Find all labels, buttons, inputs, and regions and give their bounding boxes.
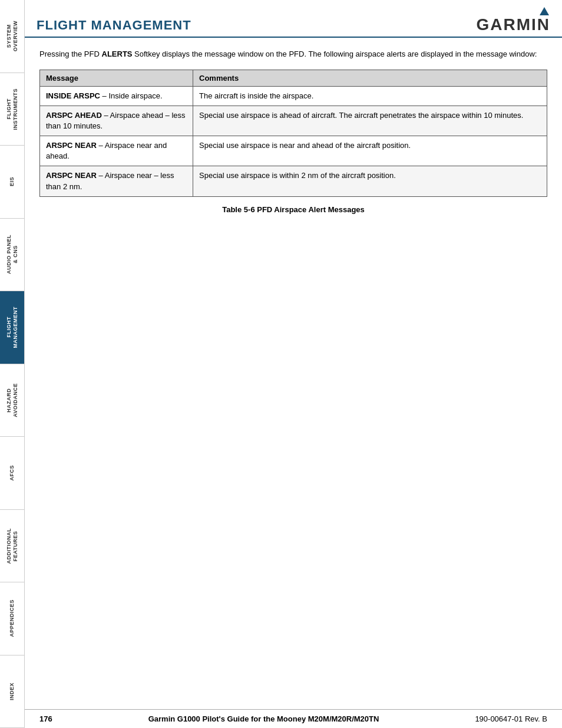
sidebar-item-hazard-avoidance[interactable]: HAZARDAVOIDANCE — [0, 364, 24, 437]
page-number: 176 — [39, 714, 52, 723]
table-header-message: Message — [40, 70, 193, 86]
table-cell-comment-2: Special use airspace is ahead of aircraf… — [193, 106, 547, 136]
footer-doc-number: 190-00647-01 Rev. B — [475, 714, 547, 723]
alerts-keyword: ALERTS — [102, 50, 133, 58]
page-footer: 176 Garmin G1000 Pilot's Guide for the M… — [25, 709, 562, 728]
sidebar-item-flight-instruments[interactable]: FLIGHTINSTRUMENTS — [0, 73, 24, 146]
alert-messages-table: Message Comments INSIDE ARSPC – Inside a… — [39, 70, 547, 197]
sidebar-item-eis[interactable]: EIS — [0, 146, 24, 219]
table-row: ARSPC NEAR – Airspace near and ahead. Sp… — [40, 136, 547, 166]
table-cell-message-3: ARSPC NEAR – Airspace near and ahead. — [40, 136, 193, 166]
sidebar-item-system-overview[interactable]: SYSTEMOVERVIEW — [0, 0, 24, 73]
footer-title: Garmin G1000 Pilot's Guide for the Moone… — [148, 714, 379, 723]
sidebar-item-additional-features[interactable]: ADDITIONALFEATURES — [0, 510, 24, 583]
garmin-triangle-icon — [540, 7, 549, 15]
content-body: Pressing the PFD ALERTS Softkey displays… — [25, 38, 562, 709]
table-cell-message-2: ARSPC AHEAD – Airspace ahead – less than… — [40, 106, 193, 136]
sidebar: SYSTEMOVERVIEW FLIGHTINSTRUMENTS EIS AUD… — [0, 0, 25, 728]
table-cell-comment-4: Special use airspace is within 2 nm of t… — [193, 166, 547, 196]
table-header-comments: Comments — [193, 70, 547, 86]
main-content: FLIGHT MANAGEMENT GARMIN Pressing the PF… — [25, 0, 562, 728]
page-title: FLIGHT MANAGEMENT — [37, 18, 191, 33]
table-row: INSIDE ARSPC – Inside airspace. The airc… — [40, 86, 547, 106]
page-header: FLIGHT MANAGEMENT GARMIN — [25, 0, 562, 38]
table-caption: Table 5-6 PFD Airspace Alert Messages — [39, 205, 547, 214]
intro-text-before: Pressing the PFD — [39, 50, 102, 58]
garmin-logo-text: GARMIN — [476, 17, 550, 33]
table-cell-message-1: INSIDE ARSPC – Inside airspace. — [40, 86, 193, 106]
table-row: ARSPC NEAR – Airspace near – less than 2… — [40, 166, 547, 196]
intro-text-after: Softkey displays the message window on t… — [133, 50, 537, 58]
sidebar-item-index[interactable]: INDEX — [0, 655, 24, 729]
sidebar-item-flight-management[interactable]: FLIGHTMANAGEMENT — [0, 291, 24, 364]
sidebar-item-audio-panel-cns[interactable]: AUDIO PANEL& CNS — [0, 219, 24, 292]
sidebar-item-afcs[interactable]: AFCS — [0, 437, 24, 510]
garmin-logo: GARMIN — [476, 7, 550, 33]
table-header-row: Message Comments — [40, 70, 547, 86]
table-cell-comment-3: Special use airspace is near and ahead o… — [193, 136, 547, 166]
intro-paragraph: Pressing the PFD ALERTS Softkey displays… — [39, 48, 547, 60]
table-row: ARSPC AHEAD – Airspace ahead – less than… — [40, 106, 547, 136]
table-cell-comment-1: The aircraft is inside the airspace. — [193, 86, 547, 106]
sidebar-item-appendices[interactable]: APPENDICES — [0, 582, 24, 655]
table-cell-message-4: ARSPC NEAR – Airspace near – less than 2… — [40, 166, 193, 196]
